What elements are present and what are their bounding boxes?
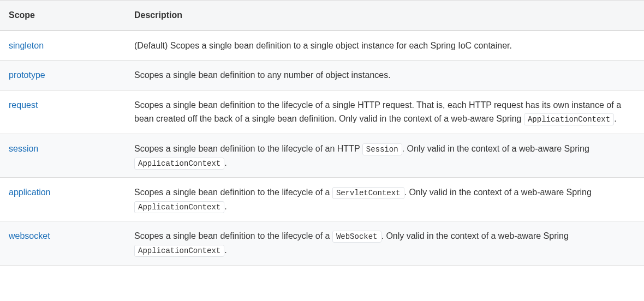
- scope-link-prototype[interactable]: prototype: [9, 70, 45, 80]
- table-row: singleton(Default) Scopes a single bean …: [0, 31, 644, 61]
- description-text: . Only valid in the context of a web-awa…: [404, 188, 592, 197]
- description-text: Scopes a single bean definition to the l…: [134, 188, 332, 197]
- description-text: . Only valid in the context of a web-awa…: [402, 144, 589, 153]
- inline-code: ApplicationContext: [134, 201, 224, 213]
- scope-cell: request: [0, 90, 126, 134]
- description-cell: Scopes a single bean definition to the l…: [126, 221, 644, 265]
- description-cell: Scopes a single bean definition to the l…: [126, 134, 644, 177]
- description-text: .: [224, 245, 226, 255]
- bean-scopes-table: Scope Description singleton(Default) Sco…: [0, 0, 644, 266]
- table-row: applicationScopes a single bean definiti…: [0, 178, 644, 221]
- description-text: Scopes a single bean definition to the l…: [134, 144, 362, 153]
- header-scope: Scope: [0, 1, 126, 31]
- table-header-row: Scope Description: [0, 1, 644, 31]
- scope-link-singleton[interactable]: singleton: [9, 41, 44, 50]
- description-text: .: [614, 114, 616, 123]
- description-text: (Default) Scopes a single bean definitio…: [134, 41, 512, 50]
- inline-code: ApplicationContext: [134, 158, 224, 170]
- description-cell: Scopes a single bean definition to any n…: [126, 61, 644, 91]
- description-text: .: [224, 202, 226, 211]
- inline-code: Session: [362, 143, 402, 155]
- description-cell: (Default) Scopes a single bean definitio…: [126, 31, 644, 61]
- description-cell: Scopes a single bean definition to the l…: [126, 178, 644, 221]
- scope-cell: singleton: [0, 31, 126, 61]
- scope-link-session[interactable]: session: [9, 144, 38, 153]
- table-row: requestScopes a single bean definition t…: [0, 90, 644, 134]
- inline-code: ApplicationContext: [524, 113, 614, 125]
- scope-link-application[interactable]: application: [9, 188, 51, 197]
- table-row: sessionScopes a single bean definition t…: [0, 134, 644, 177]
- table-row: websocketScopes a single bean definition…: [0, 221, 644, 265]
- description-cell: Scopes a single bean definition to the l…: [126, 90, 644, 134]
- description-text: .: [224, 158, 226, 167]
- description-text: Scopes a single bean definition to the l…: [134, 231, 332, 240]
- scope-cell: session: [0, 134, 126, 177]
- scope-link-websocket[interactable]: websocket: [9, 231, 50, 240]
- description-text: . Only valid in the context of a web-awa…: [381, 231, 569, 240]
- inline-code: ApplicationContext: [134, 245, 224, 257]
- description-text: Scopes a single bean definition to any n…: [134, 70, 391, 80]
- scope-cell: prototype: [0, 61, 126, 91]
- bean-scopes-table-wrapper: Scope Description singleton(Default) Sco…: [0, 0, 644, 268]
- inline-code: ServletContext: [332, 187, 404, 199]
- scope-cell: application: [0, 178, 126, 221]
- scope-cell: websocket: [0, 221, 126, 265]
- scope-link-request[interactable]: request: [9, 100, 38, 110]
- header-description: Description: [126, 1, 644, 31]
- inline-code: WebSocket: [332, 231, 381, 243]
- table-row: prototypeScopes a single bean definition…: [0, 61, 644, 91]
